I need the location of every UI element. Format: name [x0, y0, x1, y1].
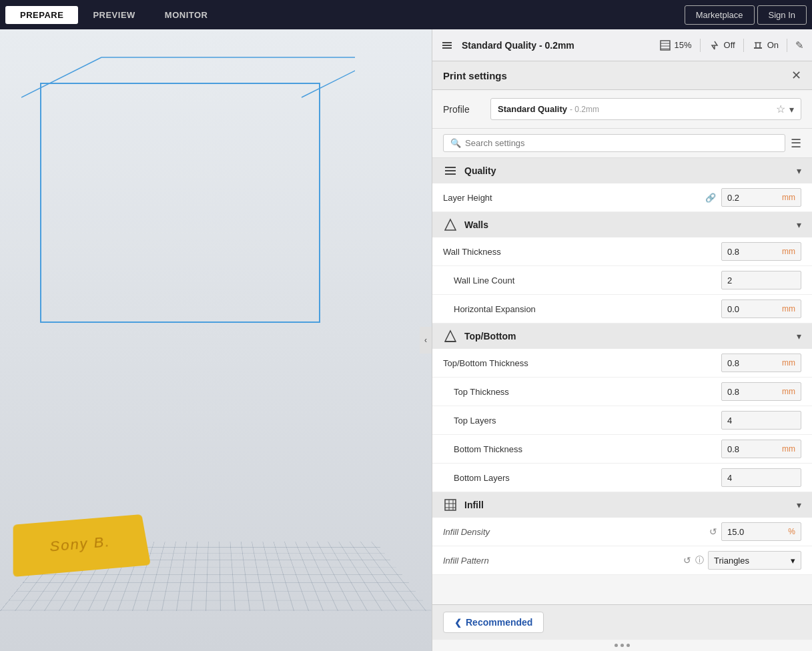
dot-3 — [627, 644, 630, 647]
infill-pattern-chevron-icon: ▾ — [791, 556, 795, 566]
infill-value: 15% — [675, 40, 692, 50]
bottom-layers-row: Bottom Layers 4 — [432, 464, 812, 492]
topbottom-chevron-icon: ▾ — [797, 331, 801, 342]
toolbar-divider-1 — [700, 39, 701, 52]
bottom-thickness-row: Bottom Thickness 0.8 mm — [432, 435, 812, 464]
bottom-layers-value: 4 — [727, 473, 732, 483]
quality-section-title: Quality — [464, 165, 790, 176]
profile-name: Standard Quality — [498, 104, 567, 114]
wall-thickness-row: Wall Thickness 0.8 mm — [432, 237, 812, 266]
prepare-tab[interactable]: PREPARE — [5, 6, 78, 24]
bottom-bar: ❮ Recommended — [432, 604, 812, 640]
monitor-tab[interactable]: MONITOR — [150, 6, 223, 24]
search-input[interactable] — [465, 138, 778, 148]
top-thickness-label: Top Thickness — [454, 387, 721, 397]
settings-scroll-area[interactable]: Quality ▾ Layer Height 🔗 0.2 mm — [432, 158, 812, 604]
recommended-chevron-left-icon: ❮ — [454, 618, 462, 628]
infill-density-label: Infill Density — [443, 527, 709, 537]
infill-icon — [659, 39, 671, 51]
infill-pattern-info-icon[interactable]: ⓘ — [695, 554, 704, 566]
infill-pattern-value: Triangles — [714, 556, 749, 566]
layer-height-input[interactable]: 0.2 mm — [721, 188, 801, 207]
layer-height-unit: mm — [782, 193, 795, 202]
topbottom-thickness-input[interactable]: 0.8 mm — [721, 354, 801, 372]
layer-height-label: Layer Height — [443, 193, 704, 203]
sign-button[interactable]: Sign In — [757, 5, 807, 25]
toolbar-supports: Off — [709, 39, 735, 51]
bottom-layers-input[interactable]: 4 — [721, 468, 801, 487]
main-area: Sony B. ‹ Standard Quality - 0.2mm — [0, 29, 812, 651]
bottom-thickness-unit: mm — [782, 444, 795, 454]
top-thickness-row: Top Thickness 0.8 mm — [432, 378, 812, 406]
profile-select[interactable]: Standard Quality - 0.2mm ☆ ▾ — [490, 98, 801, 120]
3d-model-outline — [40, 83, 320, 323]
profile-chevron-down-icon[interactable]: ▾ — [789, 104, 794, 115]
profile-select-icons: ☆ ▾ — [776, 103, 794, 115]
quality-section-header[interactable]: Quality ▾ — [432, 158, 812, 183]
search-bar: 🔍 ☰ — [432, 129, 812, 158]
supports-value: Off — [724, 40, 735, 50]
wall-line-count-input[interactable]: 2 — [721, 271, 801, 289]
layer-height-row: Layer Height 🔗 0.2 mm — [432, 183, 812, 212]
layer-height-link-icon[interactable]: 🔗 — [704, 191, 717, 204]
infill-chevron-icon: ▾ — [797, 500, 801, 510]
search-icon: 🔍 — [450, 138, 461, 148]
bottom-thickness-input[interactable]: 0.8 mm — [721, 440, 801, 458]
topbottom-icon — [443, 329, 458, 344]
right-panel: Standard Quality - 0.2mm 15% — [432, 29, 812, 651]
wall-thickness-input[interactable]: 0.8 mm — [721, 242, 801, 261]
favorite-icon[interactable]: ☆ — [776, 103, 785, 115]
print-settings-panel: Print settings ✕ Profile Standard Qualit… — [432, 61, 812, 651]
toolbar-infill: 15% — [659, 39, 692, 51]
top-thickness-input[interactable]: 0.8 mm — [721, 382, 801, 401]
quality-icon — [443, 163, 458, 178]
infill-section-title: Infill — [464, 500, 790, 510]
toolbar-divider-2 — [743, 39, 744, 52]
toolbar-divider-3 — [787, 39, 787, 52]
bottom-layers-label: Bottom Layers — [454, 473, 721, 483]
horizontal-expansion-unit: mm — [782, 304, 795, 313]
wall-line-count-value: 2 — [727, 275, 732, 285]
edit-icon[interactable]: ✎ — [795, 39, 804, 51]
walls-section-title: Walls — [464, 219, 790, 230]
preview-tab[interactable]: PREVIEW — [78, 6, 149, 24]
profile-name-toolbar: Standard Quality - 0.2mm — [462, 40, 651, 51]
search-input-wrap: 🔍 — [443, 134, 785, 152]
svg-marker-18 — [445, 331, 456, 342]
settings-header: Print settings ✕ — [432, 61, 812, 90]
topbottom-section-header[interactable]: Top/Bottom ▾ — [432, 323, 812, 349]
collapse-panel-button[interactable]: ‹ — [420, 327, 432, 354]
horizontal-expansion-value: 0.0 — [727, 304, 739, 314]
svg-marker-17 — [445, 219, 456, 230]
adhesion-icon — [752, 39, 764, 51]
walls-section-header[interactable]: Walls ▾ — [432, 212, 812, 237]
infill-section-icon — [443, 498, 458, 512]
infill-density-reset-icon[interactable]: ↺ — [709, 526, 717, 537]
viewport: Sony B. ‹ — [0, 29, 432, 651]
filter-menu-icon[interactable]: ☰ — [791, 136, 801, 151]
svg-line-0 — [21, 57, 101, 97]
infill-section-header[interactable]: Infill ▾ — [432, 492, 812, 518]
infill-density-input[interactable]: 15.0 % — [721, 522, 801, 541]
close-settings-button[interactable]: ✕ — [791, 69, 801, 81]
infill-pattern-reset-icon[interactable]: ↺ — [683, 555, 691, 566]
infill-pattern-label: Infill Pattern — [443, 556, 683, 566]
top-layers-value: 4 — [727, 416, 732, 426]
top-thickness-value: 0.8 — [727, 387, 739, 397]
top-layers-input[interactable]: 4 — [721, 411, 801, 430]
box-top-svg — [21, 51, 355, 104]
wall-thickness-value: 0.8 — [727, 247, 739, 257]
layers-icon — [440, 39, 454, 52]
bottom-thickness-value: 0.8 — [727, 444, 739, 454]
horizontal-expansion-input[interactable]: 0.0 mm — [721, 299, 801, 318]
adhesion-value: On — [767, 40, 779, 50]
toolbar-adhesion: On — [752, 39, 779, 51]
infill-pattern-dropdown[interactable]: Triangles ▾ — [708, 551, 801, 570]
recommended-label: Recommended — [466, 617, 532, 628]
infill-density-unit: % — [788, 527, 795, 536]
recommended-button[interactable]: ❮ Recommended — [443, 612, 544, 633]
wall-line-count-label: Wall Line Count — [454, 275, 721, 285]
marketplace-button[interactable]: Marketplace — [685, 5, 755, 25]
svg-rect-20 — [445, 500, 456, 510]
dot-1 — [615, 644, 618, 647]
